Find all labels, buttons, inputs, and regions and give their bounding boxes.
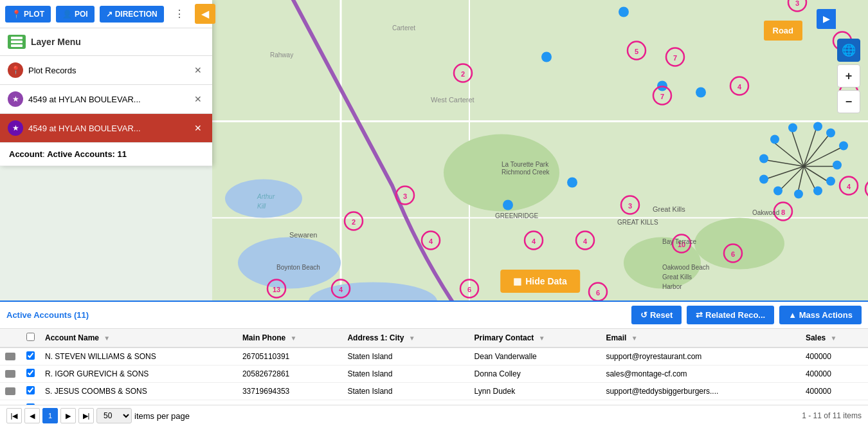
svg-point-20: [696, 88, 706, 98]
prev-page-button[interactable]: ◀: [24, 408, 40, 423]
svg-text:13: 13: [273, 286, 280, 293]
svg-point-84: [826, 129, 835, 138]
direction-button[interactable]: ↗ DIRECTION: [100, 6, 164, 23]
account-name-filter-icon[interactable]: ▼: [104, 335, 110, 342]
last-page-button[interactable]: ▶|: [78, 408, 94, 423]
svg-point-86: [833, 161, 842, 170]
record-2-label: 4549 at HYLAN BOULEVAR...: [28, 124, 186, 133]
svg-point-14: [694, 218, 784, 270]
record-1-icon: ★: [8, 91, 23, 107]
table-row: N. STEVEN WILLIAMS & SONS 26705110391 St…: [0, 347, 868, 366]
row-main-phone: 24488292520: [237, 400, 343, 405]
row-address-city: Staten Island: [342, 366, 469, 383]
row-detail-icon[interactable]: [5, 370, 15, 378]
row-main-phone: 33719694353: [237, 383, 343, 400]
svg-point-89: [794, 190, 803, 199]
svg-text:GREAT KILLS: GREAT KILLS: [617, 219, 658, 226]
direction-icon: ↗: [106, 10, 113, 19]
row-primary-contact: Dean Vanderwalle: [469, 347, 601, 366]
first-page-button[interactable]: |◀: [6, 408, 22, 423]
svg-text:5: 5: [635, 48, 638, 55]
sales-filter-icon[interactable]: ▼: [831, 335, 837, 342]
row-action-icons: [0, 366, 21, 383]
row-detail-icon[interactable]: [5, 387, 15, 395]
record-2-icon: ★: [8, 120, 23, 136]
toolbar: 📍 PLOT 👤 POI ↗ DIRECTION ⋮ ◀: [0, 0, 212, 28]
svg-point-13: [624, 237, 701, 289]
globe-button[interactable]: 🌐: [837, 39, 860, 62]
page-1-button[interactable]: 1: [42, 408, 58, 423]
table-body: N. STEVEN WILLIAMS & SONS 26705110391 St…: [0, 347, 868, 405]
svg-text:2: 2: [461, 70, 465, 78]
reset-button[interactable]: ↺ Reset: [631, 306, 682, 324]
row-sales: 400000: [800, 383, 868, 400]
collapse-button[interactable]: ◀: [195, 4, 215, 24]
svg-text:Oakwood: Oakwood: [752, 209, 779, 216]
row-checkbox-cell: [21, 383, 40, 400]
row-action-icons: [0, 400, 21, 405]
data-table: Account Name ▼ Main Phone ▼ Address 1: C…: [0, 329, 868, 405]
per-page-select[interactable]: 50 100 25: [96, 408, 132, 423]
svg-text:Carteret: Carteret: [392, 24, 415, 32]
plot-button[interactable]: 📍 PLOT: [5, 6, 51, 23]
layer-menu: Layer Menu: [0, 28, 212, 56]
email-filter-icon[interactable]: ▼: [631, 335, 638, 342]
hide-data-button[interactable]: ▦ Hide Data: [500, 270, 580, 293]
row-checkbox[interactable]: [26, 369, 35, 377]
record-1-close[interactable]: ✕: [192, 93, 204, 106]
main-phone-filter-icon[interactable]: ▼: [291, 335, 297, 342]
svg-text:4: 4: [532, 237, 536, 245]
table-row: S. JESUS COOMBS & SONS 33719694353 State…: [0, 383, 868, 400]
plot-records-label: Plot Records: [28, 66, 186, 75]
plot-label: PLOT: [24, 10, 44, 19]
svg-text:Sewaren: Sewaren: [289, 231, 317, 239]
svg-text:Arthur: Arthur: [257, 193, 275, 200]
row-checkbox[interactable]: [26, 351, 35, 360]
layer-menu-label: Layer Menu: [31, 37, 81, 47]
hide-data-label: Hide Data: [525, 276, 567, 286]
row-address-city: Staten Island: [342, 400, 469, 405]
svg-text:Harbor: Harbor: [662, 283, 682, 290]
svg-point-83: [813, 122, 822, 131]
row-checkbox-cell: [21, 347, 40, 366]
th-sales: Sales ▼: [800, 329, 868, 347]
poi-label: POI: [75, 10, 88, 19]
svg-point-91: [759, 175, 768, 184]
row-detail-icon[interactable]: [5, 353, 15, 360]
mass-actions-button[interactable]: ▲ Mass Actions: [779, 306, 862, 324]
svg-point-92: [759, 154, 768, 163]
primary-contact-filter-icon[interactable]: ▼: [539, 335, 545, 342]
poi-button[interactable]: 👤 POI: [56, 6, 95, 23]
next-page-button[interactable]: ▶: [60, 408, 76, 423]
plot-records-close[interactable]: ✕: [192, 64, 204, 77]
svg-text:4: 4: [737, 83, 742, 91]
row-sales: 400000: [800, 347, 868, 366]
table-icon: ▦: [513, 276, 521, 286]
row-checkbox-cell: [21, 400, 40, 405]
row-email: tong@mijara.com: [601, 400, 800, 405]
svg-point-81: [770, 135, 779, 144]
svg-text:6: 6: [731, 250, 735, 258]
plot-record-1: ★ 4549 at HYLAN BOULEVAR... ✕: [0, 85, 212, 114]
svg-point-85: [839, 142, 848, 151]
pagination: |◀ ◀ 1 ▶ ▶| 50 100 25 items per page 1 -…: [0, 405, 868, 426]
zoom-out-button[interactable]: −: [837, 90, 860, 113]
th-row-icons: [0, 329, 21, 347]
road-button[interactable]: Road: [764, 21, 803, 41]
table-row: S. THOMAS WINTER & SONS 24488292520 Stat…: [0, 400, 868, 405]
address-filter-icon[interactable]: ▼: [409, 335, 415, 342]
svg-text:6: 6: [467, 286, 471, 293]
row-checkbox-cell: [21, 366, 40, 383]
row-main-phone: 26705110391: [237, 347, 343, 366]
road-arrow-button[interactable]: ▶: [817, 9, 836, 29]
record-2-close[interactable]: ✕: [192, 122, 204, 134]
select-all-checkbox[interactable]: [26, 333, 35, 341]
row-sales: 400000: [800, 366, 868, 383]
more-button[interactable]: ⋮: [169, 5, 190, 23]
related-records-button[interactable]: ⇄ Related Reco...: [687, 306, 774, 324]
row-checkbox[interactable]: [26, 386, 35, 394]
map-svg: 3 5 2 8 5 2 3 10 4 6: [212, 0, 868, 301]
svg-text:Boynton Beach: Boynton Beach: [276, 264, 320, 271]
zoom-in-button[interactable]: +: [837, 64, 860, 88]
svg-text:Oakwood Beach: Oakwood Beach: [662, 264, 709, 271]
